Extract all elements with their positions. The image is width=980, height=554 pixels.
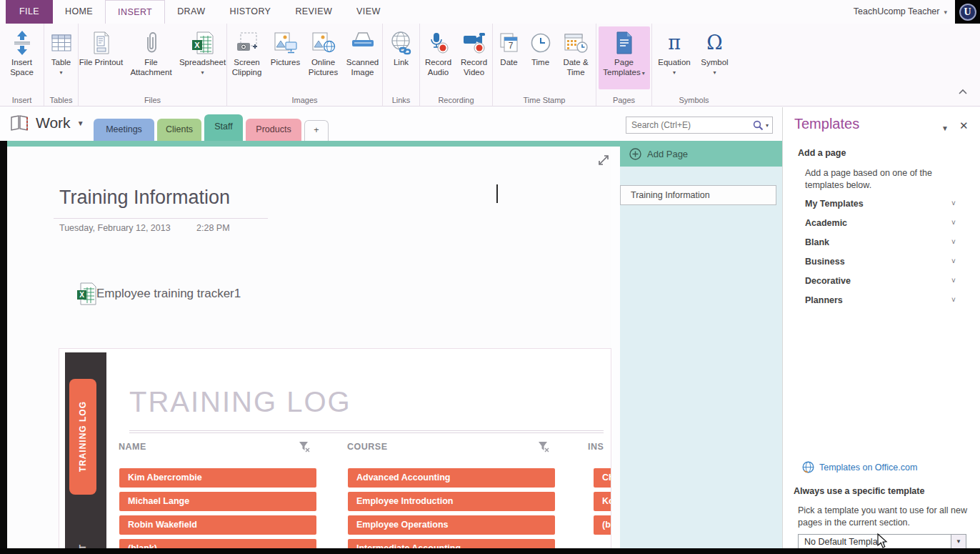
table-cell: Employee Operations (348, 515, 555, 535)
logo-letter: U (959, 4, 976, 21)
section-tab-products[interactable]: Products (246, 119, 301, 141)
table-cell: Ko (594, 492, 611, 511)
notebook-dropdown[interactable]: Work ▼ (10, 114, 84, 132)
file-printout-icon (92, 28, 111, 58)
ribbon-group-files: File Printout File Attachment X Spreadsh… (79, 24, 227, 106)
page-title[interactable]: Training Information (59, 187, 230, 209)
pi-icon: π (668, 32, 681, 54)
section-tab-meetings[interactable]: Meetings (94, 119, 154, 141)
scanned-image-icon (350, 28, 376, 58)
svg-text:X: X (79, 291, 84, 299)
account-name: TeachUcomp Teacher (854, 6, 940, 16)
date-button[interactable]: 7 Date (494, 26, 525, 68)
section-tab-staff[interactable]: Staff (204, 114, 243, 141)
online-pictures-icon (311, 28, 336, 58)
group-label-symbols: Symbols (652, 96, 736, 104)
svg-text:7: 7 (508, 41, 513, 51)
collapse-ribbon-icon[interactable] (959, 87, 967, 96)
ribbon-group-recording: Record Audio Record Video Recording (420, 24, 493, 106)
svg-text:X: X (194, 41, 200, 49)
dropdown-arrow-button[interactable]: ▼ (951, 535, 966, 549)
file-attachment-button[interactable]: File Attachment (124, 26, 179, 77)
template-category-planners[interactable]: Planners˅ (783, 292, 980, 311)
section-tab-clients[interactable]: Clients (157, 119, 201, 141)
group-label-tables: Tables (44, 96, 78, 104)
screen-clipping-button[interactable]: Screen Clipping (227, 26, 267, 77)
plus-circle-icon (629, 148, 641, 160)
close-icon[interactable]: ✕ (959, 119, 969, 132)
online-pictures-button[interactable]: Online Pictures (304, 26, 343, 77)
record-audio-icon (428, 28, 449, 58)
tab-view[interactable]: VIEW (344, 0, 393, 24)
tab-history[interactable]: HISTORY (217, 0, 283, 24)
omega-icon: Ω (706, 32, 722, 54)
chevron-down-icon: ˅ (951, 199, 956, 207)
ribbon-group-insert: Insert Space Insert (0, 24, 44, 106)
date-time-button[interactable]: Date & Time (556, 26, 596, 77)
chevron-down-icon: ▾ (201, 69, 204, 76)
record-audio-button[interactable]: Record Audio (421, 26, 456, 77)
new-section-tab[interactable]: + (304, 120, 329, 141)
tab-file[interactable]: FILE (6, 0, 53, 24)
chevron-down-icon: ˅ (951, 277, 956, 285)
pane-menu-icon[interactable]: ▼ (941, 124, 949, 132)
ribbon: Insert Space Insert Table ▾ Tables (0, 24, 980, 107)
template-category-decorative[interactable]: Decorative˅ (783, 273, 980, 292)
record-video-button[interactable]: Record Video (456, 26, 492, 77)
symbol-button[interactable]: Ω Symbol ▾ (695, 26, 734, 76)
chevron-down-icon: ˅ (951, 219, 956, 227)
pictures-button[interactable]: Pictures (267, 26, 304, 68)
search-scope-dropdown-icon[interactable]: ▾ (766, 122, 769, 129)
page-templates-button[interactable]: Page Templates▾ (599, 26, 650, 89)
chevron-down-icon: ▾ (673, 69, 676, 76)
link-button[interactable]: Link (384, 26, 419, 68)
filter-icon (298, 440, 311, 456)
file-printout-button[interactable]: File Printout (79, 26, 124, 68)
search-input[interactable] (626, 120, 753, 130)
templates-office-link[interactable]: Templates on Office.com (802, 461, 917, 473)
tab-draw[interactable]: DRAW (165, 0, 217, 24)
insert-space-icon (11, 28, 33, 58)
chevron-down-icon: ˅ (951, 257, 956, 265)
onenote-window: FILE HOME INSERT DRAW HISTORY REVIEW VIE… (0, 0, 980, 554)
group-label-images: Images (227, 96, 382, 104)
template-category-academic[interactable]: Academic˅ (783, 215, 980, 234)
ribbon-group-tables: Table ▾ Tables (44, 24, 79, 106)
column-header-instructor: INS (588, 442, 604, 452)
record-video-icon (462, 28, 486, 58)
tab-review[interactable]: REVIEW (283, 0, 344, 24)
ribbon-group-time-stamp: 7 Date Time Date & Time Time St (493, 24, 596, 106)
expand-page-icon[interactable] (597, 154, 610, 169)
chevron-down-icon: ▾ (59, 69, 62, 76)
template-category-my-templates[interactable]: My Templates˅ (783, 196, 980, 214)
text-caret (496, 184, 498, 203)
search-icon[interactable] (753, 120, 764, 131)
equation-button[interactable]: π Equation ▾ (654, 26, 695, 76)
ribbon-tab-bar: FILE HOME INSERT DRAW HISTORY REVIEW VIE… (0, 0, 980, 24)
ribbon-group-symbols: π Equation ▾ Ω Symbol ▾ Symbols (652, 24, 736, 106)
insert-space-button[interactable]: Insert Space (2, 26, 42, 77)
time-button[interactable]: Time (525, 26, 556, 68)
ribbon-group-images: Screen Clipping Pictures Online Pictures (227, 24, 383, 106)
add-page-button[interactable]: Add Page (620, 141, 782, 167)
paperclip-icon (144, 28, 159, 58)
template-category-blank[interactable]: Blank˅ (783, 234, 980, 253)
chevron-down-icon: ˅ (951, 238, 956, 246)
screen-clipping-icon (236, 28, 259, 58)
always-template-heading: Always use a specific template (794, 486, 924, 496)
page-list-item[interactable]: Training Information (620, 185, 776, 205)
table-button[interactable]: Table ▾ (46, 26, 77, 76)
app-logo: U (955, 0, 980, 24)
page-canvas[interactable]: Training Information Tuesday, February 1… (7, 147, 611, 549)
tab-home[interactable]: HOME (53, 0, 105, 24)
page-date: Tuesday, February 12, 2013 (59, 223, 171, 233)
embedded-file-attachment[interactable]: X Employee training tracker1 (76, 287, 241, 301)
account-menu[interactable]: TeachUcomp Teacher▾ (854, 0, 947, 24)
tab-insert[interactable]: INSERT (105, 0, 165, 24)
scanned-image-button[interactable]: Scanned Image (343, 26, 383, 77)
template-category-business[interactable]: Business˅ (783, 254, 980, 272)
spreadsheet-button[interactable]: X Spreadsheet ▾ (179, 26, 227, 76)
group-label-files: Files (79, 96, 226, 104)
notebook-icon (10, 114, 29, 132)
page-list-panel: Add Page Training Information (620, 141, 782, 549)
